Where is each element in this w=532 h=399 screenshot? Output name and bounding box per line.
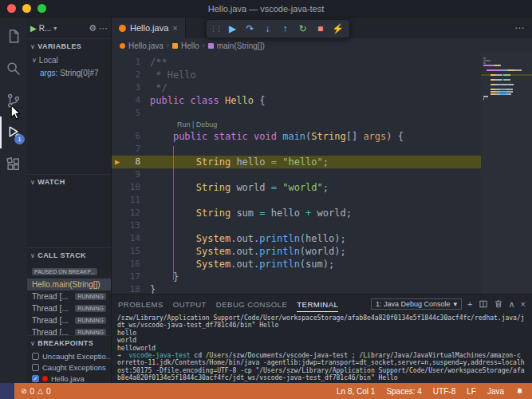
chevron-down-icon: ∨ bbox=[30, 43, 35, 50]
code-line[interactable]: 6 public static void main(String[] args)… bbox=[112, 130, 481, 143]
close-tab-icon[interactable]: × bbox=[172, 23, 177, 33]
glyph-margin bbox=[112, 69, 123, 81]
new-terminal-button[interactable]: + bbox=[467, 299, 472, 309]
close-panel-button[interactable]: × bbox=[521, 299, 526, 309]
breakpoint-item[interactable]: Uncaught Exceptio... bbox=[27, 350, 111, 361]
breakpoint-item[interactable]: Caught Exceptions bbox=[27, 361, 111, 373]
code-text: /** bbox=[145, 56, 167, 69]
continue-button[interactable]: ▶ bbox=[224, 21, 241, 37]
notifications-bell-icon[interactable] bbox=[515, 387, 524, 396]
breakpoint-checkbox[interactable]: ✓ bbox=[32, 375, 39, 382]
code-line[interactable]: 12 String sum = hello + world; bbox=[112, 207, 481, 219]
panel-header: PROBLEMS OUTPUT DEBUG CONSOLE TERMINAL 1… bbox=[112, 294, 532, 314]
cursor-position-status[interactable]: Ln 8, Col 1 bbox=[337, 387, 375, 396]
problems-status[interactable]: ⊘ 0 △ 0 bbox=[14, 387, 57, 396]
more-actions-icon[interactable]: ⋯ bbox=[99, 23, 108, 34]
call-stack-header[interactable]: ∨ CALL STACK bbox=[27, 248, 111, 263]
callstack-frame[interactable]: Hello.main(String[]) bbox=[27, 279, 111, 290]
maximize-panel-button[interactable]: ∧ bbox=[509, 299, 515, 310]
encoding-status[interactable]: UTF-8 bbox=[433, 387, 455, 396]
debug-config-dropdown[interactable]: R... bbox=[39, 24, 52, 33]
tab-problems[interactable]: PROBLEMS bbox=[118, 297, 164, 312]
language-mode-status[interactable]: Java bbox=[487, 387, 504, 396]
tab-terminal[interactable]: TERMINAL bbox=[297, 297, 338, 312]
tab-hello-java[interactable]: Hello.java × bbox=[112, 18, 186, 38]
code-text bbox=[145, 168, 150, 181]
kill-terminal-button[interactable] bbox=[494, 299, 503, 309]
variables-scope-local[interactable]: ∨ Local bbox=[27, 53, 111, 66]
breadcrumb-separator: › bbox=[203, 41, 205, 49]
callstack-frame[interactable]: Thread [...RUNNING bbox=[27, 326, 111, 335]
code-line[interactable]: 14 System.out.println(hello); bbox=[112, 232, 481, 245]
console-selector-label: 1: Java Debug Console bbox=[376, 300, 451, 308]
variables-header[interactable]: ∨ VARIABLES bbox=[27, 39, 111, 53]
step-into-button[interactable]: ↓ bbox=[259, 21, 276, 37]
watch-header[interactable]: ∨ WATCH bbox=[27, 175, 111, 189]
chevron-down-icon: ▾ bbox=[454, 300, 458, 308]
code-line[interactable]: 3 */ bbox=[112, 81, 481, 94]
code-line[interactable]: 16 System.out.println(sum); bbox=[112, 258, 481, 271]
terminal-content[interactable]: /szw/Library/Application Support/Code/Us… bbox=[112, 314, 532, 383]
terminal-line: ost:50175 -Dfile.encoding=UTF-8 -cp "/Us… bbox=[117, 367, 526, 374]
callstack-frame[interactable]: Thread [...RUNNING bbox=[27, 290, 111, 302]
breakpoint-checkbox[interactable] bbox=[32, 353, 39, 360]
chevron-down-icon[interactable]: ▾ bbox=[53, 25, 57, 32]
stop-button[interactable]: ■ bbox=[312, 21, 329, 37]
code-line[interactable]: 4public class Hello { bbox=[112, 94, 481, 107]
line-number: 16 bbox=[123, 258, 145, 271]
code-line[interactable]: 18} bbox=[112, 283, 481, 294]
code-line[interactable]: 7 bbox=[112, 143, 481, 156]
code-text: * Hello bbox=[145, 69, 196, 81]
code-line[interactable]: 1/** bbox=[112, 56, 481, 69]
variable-args-row[interactable]: args: String[0]#7 bbox=[27, 66, 111, 79]
line-number: 7 bbox=[123, 143, 145, 156]
line-number: 18 bbox=[123, 283, 145, 294]
glyph-margin bbox=[112, 207, 123, 219]
breadcrumb-class[interactable]: Hello bbox=[181, 41, 199, 50]
breadcrumb-method[interactable]: main(String[]) bbox=[217, 41, 265, 50]
tab-debug-console[interactable]: DEBUG CONSOLE bbox=[216, 297, 287, 312]
tab-output[interactable]: OUTPUT bbox=[173, 297, 207, 312]
code-line[interactable]: 9 bbox=[112, 168, 481, 181]
breakpoints-header[interactable]: ∨ BREAKPOINTS bbox=[27, 336, 111, 350]
activity-explorer-icon[interactable] bbox=[0, 21, 27, 53]
code-line[interactable]: 17 } bbox=[112, 271, 481, 283]
breadcrumb-file[interactable]: Hello.java bbox=[128, 41, 164, 50]
activity-search-icon[interactable] bbox=[0, 53, 27, 85]
step-over-button[interactable]: ↷ bbox=[242, 21, 258, 37]
editor-more-actions-icon[interactable]: ⋯ bbox=[514, 22, 524, 34]
breakpoint-checkbox[interactable] bbox=[32, 364, 39, 371]
code-line[interactable]: 11 bbox=[112, 194, 481, 207]
callstack-frame[interactable]: Thread [...RUNNING bbox=[27, 314, 111, 326]
code-line[interactable]: 5 bbox=[112, 107, 481, 120]
status-corner-indicator[interactable] bbox=[0, 383, 14, 399]
restart-button[interactable]: ↻ bbox=[294, 21, 311, 37]
code-line[interactable]: 13 bbox=[112, 219, 481, 232]
eol-status[interactable]: LF bbox=[467, 387, 476, 396]
activity-extensions-icon[interactable] bbox=[0, 148, 27, 180]
breakpoint-item[interactable]: ✓Hello.java bbox=[27, 373, 111, 383]
minimap-line bbox=[481, 93, 532, 95]
debug-console-selector[interactable]: 1: Java Debug Console ▾ bbox=[371, 298, 462, 310]
code-line[interactable]: 15 System.out.println(world); bbox=[112, 245, 481, 258]
step-out-button[interactable]: ↑ bbox=[277, 21, 294, 37]
traffic-lights bbox=[7, 4, 46, 13]
minimap[interactable] bbox=[481, 53, 532, 294]
close-window-button[interactable] bbox=[7, 4, 16, 13]
drag-handle-icon[interactable]: ⋮⋮ bbox=[210, 25, 223, 33]
minimize-window-button[interactable] bbox=[22, 4, 31, 13]
codelens-run-debug[interactable]: Run | Debug bbox=[112, 120, 481, 130]
class-icon bbox=[172, 43, 178, 49]
code-line[interactable]: 10 String world = "world"; bbox=[112, 181, 481, 194]
code-line[interactable]: ▶8 String hello = "hello"; bbox=[112, 156, 481, 168]
gear-icon[interactable]: ⚙ bbox=[89, 23, 97, 34]
minimap-line bbox=[481, 84, 532, 85]
code-line[interactable]: 2 * Hello bbox=[112, 69, 481, 81]
start-debug-button[interactable]: ▶ bbox=[30, 24, 37, 33]
split-terminal-button[interactable] bbox=[479, 299, 488, 309]
callstack-frame[interactable]: Thread [...RUNNING bbox=[27, 302, 111, 314]
zoom-window-button[interactable] bbox=[37, 4, 46, 13]
code-editor[interactable]: 1/**2 * Hello3 */4public class Hello {5R… bbox=[112, 53, 532, 294]
hot-code-replace-button[interactable]: ⚡ bbox=[329, 21, 346, 37]
indentation-status[interactable]: Spaces: 4 bbox=[386, 387, 421, 396]
